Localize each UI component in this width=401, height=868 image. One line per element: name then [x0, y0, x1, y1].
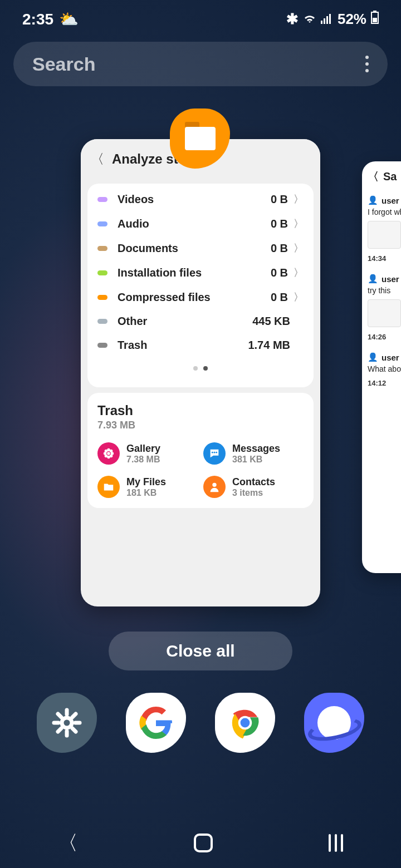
dock-chrome[interactable]	[215, 693, 275, 753]
svg-line-28	[58, 728, 61, 732]
pager-dot-active	[203, 366, 208, 371]
chat-message[interactable]: 👤 user try this 14:26	[368, 274, 401, 341]
app-card-secondary[interactable]: 〈 Sa 👤 user I forgot whats in 14:34 👤 us…	[362, 161, 401, 573]
storage-row[interactable]: Videos 0 B 〉	[87, 187, 314, 211]
category-pill	[97, 221, 107, 226]
gear-icon	[52, 708, 82, 738]
storage-row[interactable]: Audio 0 B 〉	[87, 211, 314, 236]
app-card-my-files[interactable]: 〈 Analyze storage Videos 0 B 〉 Audio 0 B…	[81, 139, 320, 606]
trash-item-sub: 3 items	[232, 488, 275, 498]
category-pill	[97, 197, 107, 202]
storage-list: Videos 0 B 〉 Audio 0 B 〉 Documents 0 B 〉…	[87, 184, 314, 387]
svg-point-17	[214, 452, 216, 453]
chevron-right-icon: 〉	[294, 217, 304, 230]
category-pill	[97, 295, 107, 300]
chat-thumbnail	[368, 299, 401, 327]
svg-point-14	[105, 455, 108, 458]
trash-item[interactable]: My Files 181 KB	[97, 476, 198, 498]
row-label: Compressed files	[118, 291, 271, 304]
status-bar: 2:35 ⛅ ✱ 52%	[0, 0, 401, 34]
row-label: Installation files	[118, 267, 271, 279]
search-placeholder: Search	[32, 53, 95, 75]
row-size: 445 KB	[252, 315, 290, 328]
dock-google[interactable]	[126, 693, 186, 753]
svg-line-26	[72, 728, 76, 732]
trash-item[interactable]: Contacts 3 items	[203, 476, 304, 498]
chat-user: 👤 user	[368, 352, 401, 362]
chat-text: What abo microsof	[368, 364, 401, 373]
svg-point-15	[110, 455, 113, 458]
dock-internet[interactable]	[304, 693, 364, 753]
status-time: 2:35	[22, 11, 53, 28]
close-all-button[interactable]: Close all	[109, 632, 292, 670]
category-pill	[97, 343, 107, 348]
svg-rect-0	[321, 21, 322, 24]
trash-item-info: Gallery 7.38 MB	[126, 443, 160, 465]
dock-settings[interactable]	[37, 693, 97, 753]
pager-dot	[193, 366, 198, 371]
row-size: 0 B	[271, 267, 288, 279]
person-icon	[203, 476, 226, 498]
svg-point-7	[107, 452, 110, 455]
storage-row[interactable]: Installation files 0 B 〉	[87, 260, 314, 285]
trash-item-sub: 381 KB	[232, 455, 280, 465]
person-icon: 👤	[368, 352, 378, 362]
folder-icon	[97, 476, 120, 498]
secondary-title: Sa	[383, 170, 397, 183]
svg-rect-6	[373, 18, 377, 22]
dock	[0, 670, 401, 764]
chat-icon	[203, 442, 226, 465]
row-size: 0 B	[271, 242, 288, 255]
storage-row[interactable]: Documents 0 B 〉	[87, 236, 314, 260]
battery-percent: 52%	[338, 11, 366, 28]
nav-recent[interactable]	[329, 834, 343, 852]
row-label: Videos	[118, 193, 271, 206]
storage-row[interactable]: Compressed files 0 B 〉	[87, 285, 314, 309]
chat-time: 14:12	[368, 379, 401, 387]
recents-area: 〈 Analyze storage Videos 0 B 〉 Audio 0 B…	[0, 108, 401, 620]
nav-home[interactable]	[194, 834, 213, 852]
person-icon: 👤	[368, 274, 378, 284]
row-label: Documents	[118, 242, 271, 255]
svg-point-20	[62, 718, 72, 728]
chat-thumbnail	[368, 221, 401, 249]
weather-icon: ⛅	[59, 10, 79, 28]
row-size: 1.74 MB	[248, 339, 290, 352]
trash-item[interactable]: Gallery 7.38 MB	[97, 442, 198, 465]
chevron-right-icon: 〉	[294, 241, 304, 255]
search-bar[interactable]: Search	[13, 42, 388, 86]
svg-point-18	[216, 452, 217, 453]
planet-icon	[317, 706, 351, 739]
nav-bar: 〈	[0, 818, 401, 868]
folder-icon	[185, 127, 216, 150]
chat-text: I forgot whats in	[368, 208, 401, 216]
row-size: 0 B	[271, 193, 288, 206]
svg-rect-1	[324, 18, 325, 24]
trash-item-name: Gallery	[126, 443, 160, 455]
chat-message[interactable]: 👤 user I forgot whats in 14:34	[368, 195, 401, 263]
back-icon[interactable]: 〈	[91, 150, 104, 168]
person-icon: 👤	[368, 195, 378, 205]
trash-item-name: My Files	[126, 476, 166, 488]
trash-item-info: Messages 381 KB	[232, 443, 280, 465]
wifi-icon	[303, 11, 316, 28]
svg-rect-2	[326, 16, 328, 24]
trash-grid: Gallery 7.38 MB Messages 381 KB My Files…	[97, 442, 304, 498]
chevron-right-icon: 〉	[294, 193, 304, 206]
trash-item[interactable]: Messages 381 KB	[203, 442, 304, 465]
storage-row: Trash 1.74 MB	[87, 333, 314, 357]
svg-point-16	[212, 452, 213, 453]
close-all-label: Close all	[166, 642, 234, 660]
nav-back[interactable]: 〈	[58, 830, 78, 857]
back-icon[interactable]: 〈	[368, 169, 379, 184]
more-icon[interactable]	[365, 56, 369, 72]
svg-line-27	[72, 714, 76, 717]
chat-message[interactable]: 👤 user What abo microsof 14:12	[368, 352, 401, 387]
trash-item-name: Messages	[232, 443, 280, 455]
status-right: ✱ 52%	[286, 11, 379, 28]
chat-user: 👤 user	[368, 274, 401, 284]
trash-title: Trash	[97, 403, 304, 418]
category-pill	[97, 270, 107, 275]
google-icon	[139, 706, 173, 740]
chevron-right-icon: 〉	[294, 290, 304, 304]
